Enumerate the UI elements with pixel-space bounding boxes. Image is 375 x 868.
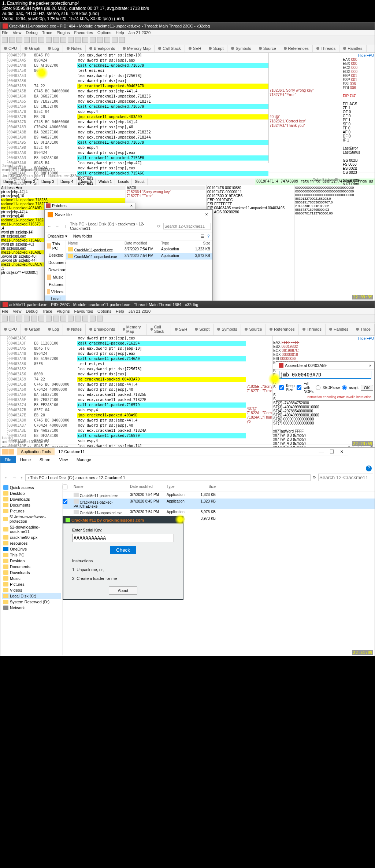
disasm-row[interactable]: 00403A52lea eax,dword ptr ds:[725678] bbox=[8, 367, 246, 372]
disasm-row[interactable]: 00403A95E8 DF2A3100call crackme11-unpack… bbox=[8, 140, 268, 145]
tab[interactable]: Memory Map bbox=[119, 324, 147, 335]
tab[interactable]: References bbox=[266, 324, 298, 335]
tree-item[interactable]: crackme90-upx bbox=[2, 534, 61, 540]
disasm-row[interactable]: 00403A5BC745 BC 04000000mov dword ptr ss… bbox=[8, 89, 268, 94]
tab[interactable]: SEH bbox=[185, 45, 205, 52]
tab[interactable]: Breakpoints bbox=[86, 324, 119, 335]
disasm-row[interactable]: 00403A6AE8 10E32F00call crackme11-unpack… bbox=[8, 104, 268, 109]
tree-item[interactable]: Desktop bbox=[45, 251, 66, 259]
refresh-icon[interactable]: ⟳ bbox=[311, 475, 318, 480]
tree-item[interactable]: Downloads bbox=[2, 570, 61, 575]
maximize-icon[interactable]: ☐ bbox=[327, 449, 337, 455]
tree-item[interactable]: This PC bbox=[45, 240, 66, 251]
tree-item[interactable]: Videos bbox=[2, 587, 61, 593]
disasm-row[interactable]: 00403AB35Epop esi bbox=[8, 176, 268, 181]
tree-item[interactable]: Quick access bbox=[2, 485, 61, 490]
back-icon[interactable]: ← bbox=[2, 475, 10, 480]
disasm-row[interactable]: 00403A5085F6test esi,esi bbox=[8, 361, 246, 367]
disasm-row[interactable]: 00403A9D83EC 04sub esp,4 bbox=[8, 145, 268, 150]
tab[interactable]: Notes bbox=[63, 45, 86, 52]
tab[interactable]: Source bbox=[255, 45, 280, 52]
tab[interactable]: Log bbox=[44, 45, 63, 52]
tree-item[interactable]: OneDrive bbox=[2, 546, 61, 552]
tab[interactable]: Trace bbox=[352, 324, 375, 335]
disasm-row[interactable]: 00403A5BC745 BC 04000000mov dword ptr ss… bbox=[8, 382, 246, 387]
disasm-row[interactable]: 00403A56mov dword ptr ds:[eax] bbox=[8, 78, 268, 84]
dialog-title[interactable]: Save file × bbox=[45, 210, 212, 220]
crackme-titlebar[interactable]: CrackMe #11 by crackinglessons.com × bbox=[63, 517, 183, 523]
disassembly-view[interactable]: 004039FD8D45 F0lea eax,dword ptr ss:[ebp… bbox=[8, 53, 268, 163]
close-icon[interactable]: × bbox=[129, 203, 134, 208]
organize-bar[interactable]: Organize ▾ New folder ☰ ? bbox=[45, 232, 212, 240]
up-icon[interactable]: ↑ bbox=[62, 222, 68, 230]
disasm-row[interactable]: 00403AAB890424mov dword ptr ss:[esp],eax bbox=[8, 166, 268, 171]
disasm-row[interactable]: 00403A48890424mov dword ptr ss:[esp],eax bbox=[8, 351, 246, 356]
disasm-row[interactable]: 00403A60C70424 40000000mov dword ptr ss:… bbox=[8, 387, 246, 392]
check-button[interactable]: Check bbox=[110, 546, 136, 554]
disasm-row[interactable]: 00403A45890424mov dword ptr ss:[esp],eax bbox=[8, 58, 268, 63]
file-row[interactable]: CrackMe11-packed.exe3/7/2020 7:54 PMAppl… bbox=[66, 246, 212, 253]
disasm-row[interactable]: 00403A7EEB 20jmp crackme11-packed.403A9D bbox=[8, 413, 246, 418]
disasm-row[interactable]: 00403A6FB9 7E827100mov ecx,crackme11-pac… bbox=[8, 397, 246, 402]
breadcrumb[interactable]: ← → ↑ › This PC › Local Disk (C:) › crac… bbox=[0, 472, 375, 483]
tab[interactable]: Memory Map bbox=[119, 45, 155, 52]
menu-item[interactable]: File bbox=[2, 309, 8, 313]
titlebar[interactable]: CrackMe11-unpacked.exe - PID: 404 - Modu… bbox=[0, 22, 375, 30]
tab[interactable]: Script bbox=[191, 324, 214, 335]
tree-item[interactable]: Desktop bbox=[2, 558, 61, 564]
menubar[interactable]: FileViewDebugTracePluginsFavouritesOptio… bbox=[0, 30, 375, 36]
search-input[interactable] bbox=[163, 223, 211, 229]
ribbon-tabs[interactable]: FileHomeShareViewManage bbox=[0, 456, 375, 463]
tab[interactable]: Script bbox=[205, 45, 227, 52]
forward-icon[interactable]: → bbox=[10, 475, 19, 480]
close-icon[interactable]: × bbox=[369, 363, 371, 368]
menu-item[interactable]: Jan 21 2020 bbox=[129, 309, 151, 313]
disassembly-view[interactable]: 00403A3Cmov dword ptr ss:[esp],eax00403A… bbox=[8, 336, 246, 435]
tree-item[interactable]: Documents bbox=[2, 564, 61, 570]
tree-item[interactable]: Music bbox=[45, 273, 66, 281]
tab[interactable]: CPU bbox=[0, 45, 21, 52]
disasm-row[interactable]: 00403A8BBA 32827100mov edx,crackme11-unp… bbox=[8, 130, 268, 135]
menu-item[interactable]: Favourites bbox=[74, 30, 93, 35]
disasm-row[interactable]: 00403A65B9 7E827100mov ecx,crackme11-unp… bbox=[8, 99, 268, 104]
tree-item[interactable]: resources bbox=[2, 540, 61, 546]
select-all-checkbox[interactable] bbox=[63, 485, 67, 489]
file-row[interactable]: CrackMe11-unpacked.exe3/7/2020 7:54 PMAp… bbox=[66, 253, 212, 260]
disasm-row[interactable]: 00403A458D45 F0lea eax,dword ptr ss:[ebp… bbox=[8, 346, 246, 351]
disasm-row[interactable]: 00403AA88D45 B4lea eax,dword ptr ss:[ebp… bbox=[8, 161, 268, 166]
file-row[interactable]: CrackMe11-packed.exe3/7/2020 7:54 PMAppl… bbox=[63, 492, 375, 499]
tree-item[interactable]: Network bbox=[2, 605, 61, 611]
disasm-row[interactable]: 00403A4BE8 51967200call crackme11-packed… bbox=[8, 356, 246, 361]
minimize-icon[interactable]: — bbox=[316, 449, 327, 455]
tree-item[interactable]: Pictures bbox=[2, 581, 61, 587]
disasm-row[interactable]: 00403A6ABA 5E827100mov edx,crackme11-pac… bbox=[8, 392, 246, 397]
menu-item[interactable]: Plugins bbox=[57, 309, 70, 313]
menu-item[interactable]: Jan 21 2020 bbox=[129, 30, 151, 35]
disasm-row[interactable]: 00403A3Cmov dword ptr ss:[esp],eax bbox=[8, 336, 246, 341]
tree-item[interactable]: 51-intro-to-software-protection bbox=[2, 514, 61, 524]
menu-item[interactable]: Plugins bbox=[57, 30, 70, 35]
disasm-row[interactable]: 00403A3FE8 11283100call crackme11-packed… bbox=[8, 341, 246, 346]
new-folder-button[interactable]: New folder bbox=[73, 234, 93, 239]
file-row[interactable]: CrackMe11-unpacked.exe3/7/2020 7:54 PMAp… bbox=[63, 509, 375, 516]
fill-nops-checkbox[interactable] bbox=[297, 385, 301, 390]
tree-item[interactable]: 52-downloading-crackme11 bbox=[2, 524, 61, 534]
nav-bar[interactable]: ← → ↑ This PC › Local Disk (C:) › crackm… bbox=[45, 220, 212, 232]
tabbar[interactable]: CPUGraphLogNotesBreakpointsMemory MapCal… bbox=[0, 44, 375, 53]
tree-item[interactable]: This PC bbox=[2, 552, 61, 558]
refresh-icon[interactable]: ⟳ bbox=[155, 222, 162, 230]
ribbon-tab[interactable]: File bbox=[0, 456, 16, 463]
menu-item[interactable]: Trace bbox=[42, 30, 52, 35]
search-input[interactable] bbox=[318, 474, 373, 481]
menu-item[interactable]: Help bbox=[116, 30, 124, 35]
tab[interactable]: Threads bbox=[313, 45, 339, 52]
tree-item[interactable]: Pictures bbox=[45, 281, 66, 288]
disasm-row[interactable]: 00403A53lea eax,dword ptr ds:[725678] bbox=[8, 73, 268, 78]
patches-dialog[interactable]: Patches × bbox=[44, 203, 136, 209]
forward-icon[interactable]: → bbox=[54, 222, 61, 230]
tab[interactable]: Symbols bbox=[214, 324, 241, 335]
back-icon[interactable]: ← bbox=[46, 222, 53, 230]
menu-item[interactable]: File bbox=[2, 30, 8, 35]
menu-item[interactable]: Options bbox=[97, 30, 111, 35]
keep-size-checkbox[interactable] bbox=[279, 385, 284, 390]
